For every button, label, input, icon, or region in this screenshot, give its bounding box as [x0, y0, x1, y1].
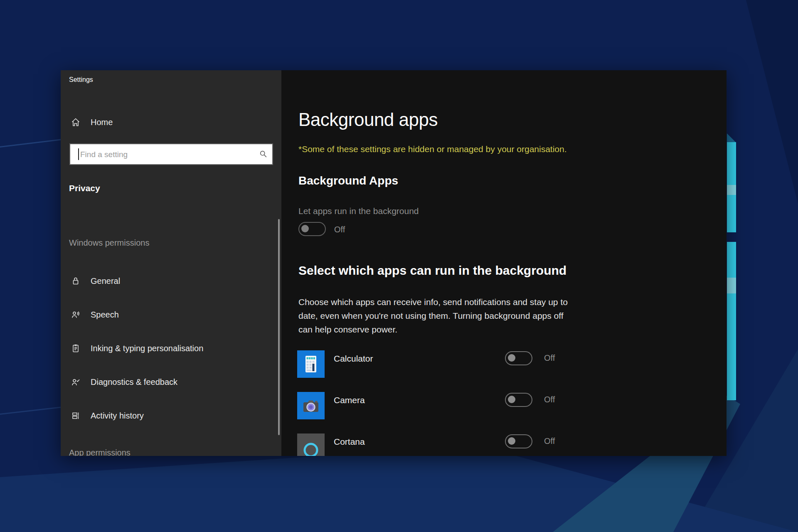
app-toggle-state: Off: [544, 436, 555, 446]
category-title: Privacy: [69, 183, 100, 193]
settings-window: Settings Home Priv: [61, 70, 727, 456]
select-apps-heading: Select which apps can run in the backgro…: [298, 264, 566, 278]
sidebar-item-speech[interactable]: Speech: [61, 306, 281, 323]
camera-app-icon: [297, 392, 325, 419]
desktop: Settings Home Priv: [0, 0, 798, 532]
app-row-calculator: Calculator Off: [281, 350, 727, 392]
sidebar-item-label: Diagnostics & feedback: [91, 374, 177, 390]
sidebar-item-activity-history[interactable]: Activity history: [61, 407, 281, 424]
person-feedback-icon: [71, 377, 81, 387]
app-name: Cortana: [334, 437, 365, 447]
camera-background-toggle[interactable]: [505, 393, 532, 407]
home-icon: [71, 117, 81, 127]
app-toggle-state: Off: [544, 395, 555, 404]
sidebar-item-label: Speech: [91, 306, 119, 323]
main-content: Background apps *Some of these settings …: [281, 70, 727, 456]
let-apps-run-toggle[interactable]: [298, 222, 326, 236]
search-box: [69, 143, 273, 165]
app-row-camera: Camera Off: [281, 392, 727, 433]
sidebar: Settings Home Priv: [61, 70, 281, 456]
app-toggle-state: Off: [544, 353, 555, 363]
section-header-windows-permissions: Windows permissions: [69, 238, 149, 248]
sidebar-item-inking-typing[interactable]: Inking & typing personalisation: [61, 340, 281, 357]
sidebar-item-label: General: [91, 273, 120, 289]
search-input[interactable]: [79, 144, 247, 165]
speech-icon: [71, 310, 81, 320]
activity-icon: [71, 411, 81, 421]
section-header-app-permissions: App permissions: [69, 448, 131, 456]
app-row-cortana: Cortana Off: [281, 433, 727, 456]
search-icon[interactable]: [259, 150, 268, 159]
toggle-knob: [508, 396, 515, 403]
master-toggle-label: Let apps run in the background: [298, 206, 419, 216]
sidebar-item-label: Inking & typing personalisation: [91, 340, 203, 357]
sidebar-item-label: Activity history: [91, 407, 144, 424]
page-title: Background apps: [298, 109, 438, 130]
sidebar-item-diagnostics-feedback[interactable]: Diagnostics & feedback: [61, 374, 281, 390]
wallpaper-cyan-bar: [727, 142, 736, 232]
calculator-background-toggle[interactable]: [505, 351, 532, 365]
app-name: Camera: [334, 395, 365, 405]
toggle-knob: [508, 437, 515, 445]
calculator-app-icon: [297, 350, 325, 378]
background-apps-group-heading: Background Apps: [298, 174, 398, 187]
toggle-knob: [508, 354, 515, 362]
wallpaper-cyan-cap: [727, 132, 736, 143]
app-name: Calculator: [334, 354, 373, 364]
master-toggle-state: Off: [334, 225, 345, 234]
lock-icon: [71, 276, 81, 286]
cortana-background-toggle[interactable]: [505, 434, 532, 448]
toggle-knob: [301, 225, 309, 232]
sidebar-item-general[interactable]: General: [61, 273, 281, 289]
sidebar-item-label: Home: [91, 114, 113, 131]
wallpaper-cyan-bar: [727, 242, 736, 400]
sidebar-item-home[interactable]: Home: [61, 114, 281, 131]
sidebar-scrollbar[interactable]: [278, 219, 280, 435]
window-title: Settings: [69, 76, 93, 84]
select-apps-description: Choose which apps can receive info, send…: [298, 295, 623, 336]
clipboard-icon: [71, 343, 81, 353]
text-caret: [78, 148, 79, 160]
organisation-notice: *Some of these settings are hidden or ma…: [298, 144, 567, 154]
cortana-app-icon: [297, 433, 325, 456]
